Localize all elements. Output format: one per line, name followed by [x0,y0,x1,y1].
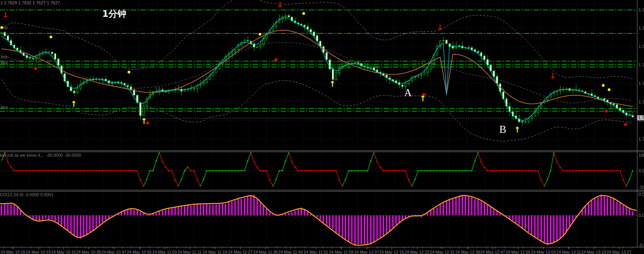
time-axis-label: 24 May 11:35 [254,250,278,254]
trend-indicator-values: -30.0000 -30.0000 [46,153,81,157]
sell-arrow-icon: ↓ [2,11,9,19]
price-axis-label: 1.7 [639,44,644,49]
buy-arrow-icon: ↑ [329,80,336,88]
buy-level-label: buy [1,60,8,65]
macd-axis-label: 0.00 [639,213,644,218]
macd-axis-label: -0.0 [639,243,644,247]
signal-dot-red [275,58,277,61]
sell-arrow-icon: ↓ [437,23,444,31]
time-axis-label: 24 May 12:47 [480,250,505,254]
time-axis-label: 24 May 12:07 [354,250,379,254]
time-axis-label: 24 May 12:23 [404,250,429,254]
trend-axis-label: 0.00 [639,168,644,173]
time-axis-label: 24 May 10:55 [127,250,152,254]
sell-arrow-icon: ↓ [277,1,284,9]
trend-indicator-label: but not as we know it... -30.0000 -30.00… [0,153,81,157]
time-axis-label: 24 May 10:39 [76,250,101,254]
time-axis-label: 24 May 13:19 [581,250,606,254]
price-axis-label: 1.7 [639,100,644,104]
price-axis-label: 1.7 [639,63,644,67]
price-axis-label: 1.7 [639,118,644,123]
macd-indicator-name: CD(12,24,9) [0,192,23,197]
trend-axis-label: -10 [639,185,644,190]
price-axis-label: 1.7 [639,26,644,30]
macd-axis-label: 0.00 [639,192,644,197]
buy-arrow-icon: ↑ [420,95,426,102]
macd-indicator-values: -0.0000 0.0001 [25,192,53,197]
time-axis-label: 24 May 10:31 [51,250,76,254]
time-axis-label: 24 May 12:39 [455,250,480,254]
time-axis-label: 24 May 11:19 [203,250,227,254]
sell-arrow-icon: ↓ [550,72,556,80]
price-axis-label: 1.7 [639,81,644,86]
signal-dot-red [605,110,608,113]
signal-dot-yellow [302,12,305,15]
annotation-letter-a: A [404,87,412,99]
time-axis-label: 24 May 12:55 [506,250,530,254]
time-axis-label: 24 May 13:11 [557,250,581,254]
trading-chart-window: 1 1.7629 1.7632 1.7627 1.7627 1分钟 but no… [0,0,644,254]
time-axis-label: 24 May 13:03 [531,250,556,254]
time-axis-label: 24 May 11:11 [177,250,202,254]
signal-dot-yellow [608,88,610,91]
macd-indicator-label: CD(12,24,9) -0.0000 0.0001 [0,192,53,197]
time-axis-label: 24 May 12:31 [430,250,455,254]
time-axis-label: 24 May 10:15 [0,250,25,254]
signal-dot-yellow [602,84,605,87]
buy-level-label: buy [1,54,8,59]
time-axis-label: 24 May 11:03 [153,250,177,254]
signal-dot-red [624,123,627,126]
time-axis-label: 24 May 11:27 [228,250,253,254]
buy-arrow-icon: ↑ [514,126,521,134]
annotation-letter-b: B [499,123,506,136]
timeframe-label: 1分钟 [102,8,126,20]
signal-dot-yellow [50,36,52,38]
price-axis-label: 1.7 [639,137,644,141]
time-axis-label: 24 May 11:43 [279,250,303,254]
time-axis-label: 24 May 11:59 [329,250,354,254]
signal-dot-yellow [128,71,130,73]
time-axis-label: 24 May 12:15 [379,250,404,254]
ohlc-readout: 1 1.7629 1.7632 1.7627 1.7627 [0,0,60,5]
chart-canvas[interactable] [0,0,644,254]
signal-dot-red [146,122,149,124]
signal-dot-red [34,67,37,70]
buy-arrow-icon: ↑ [71,100,77,108]
signal-dot-red [422,93,425,96]
time-axis-label: 24 May 13:27 [607,250,632,254]
price-axis-label: 1.7 [639,7,644,12]
trend-axis-label: 100 [639,153,644,157]
buy-level-label: buy [1,105,8,109]
trend-indicator-name: but not as we know it... [0,153,44,157]
signal-dot-yellow [0,26,3,29]
time-axis-label: 24 May 10:23 [26,250,51,254]
time-axis-label: 24 May 11:51 [304,250,328,254]
signal-dot-yellow [259,33,261,36]
time-axis-label: 24 May 10:47 [101,250,126,254]
